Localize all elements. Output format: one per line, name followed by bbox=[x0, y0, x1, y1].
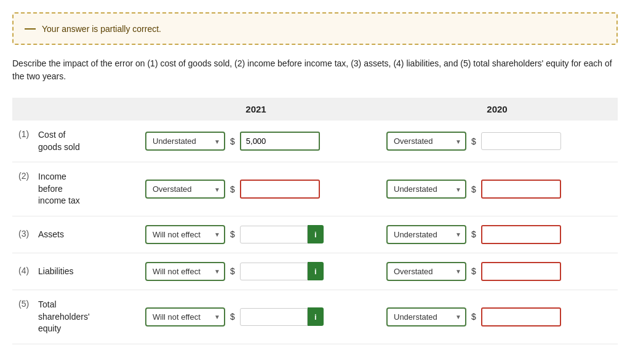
info-button[interactable]: i bbox=[308, 307, 324, 326]
header-year-2021: 2021 bbox=[135, 104, 377, 114]
row-5-2021-inputs: Understated Overstated Will not effect ▼… bbox=[135, 307, 377, 326]
row-4-2020-select-wrapper: Understated Overstated Will not effect ▼ bbox=[386, 262, 466, 281]
row-5-label: (5) Totalshareholders'equity bbox=[12, 299, 135, 335]
row-1-2020-amount[interactable] bbox=[481, 132, 561, 150]
dollar-sign: $ bbox=[230, 184, 235, 194]
row-3-2021-select-wrapper: Understated Overstated Will not effect ▼ bbox=[145, 225, 225, 244]
row-4-2021-select[interactable]: Understated Overstated Will not effect bbox=[145, 262, 225, 281]
row-4-2021-amount[interactable] bbox=[240, 263, 308, 280]
row-5-2021-input-group: i bbox=[240, 307, 324, 326]
row-1-2020-select[interactable]: Understated Overstated Will not effect bbox=[386, 132, 466, 151]
info-button[interactable]: i bbox=[308, 262, 324, 280]
row-4-num: (4) bbox=[18, 266, 32, 275]
row-1-label: (1) Cost ofgoods sold bbox=[12, 129, 135, 153]
row-1-2021-select-wrapper: Understated Overstated Will not effect ▼ bbox=[145, 132, 225, 151]
dollar-sign: $ bbox=[471, 184, 476, 194]
row-4-2020-amount[interactable] bbox=[481, 262, 561, 281]
row-1-2021-amount[interactable] bbox=[240, 132, 320, 151]
row-5-2021-select-wrapper: Understated Overstated Will not effect ▼ bbox=[145, 307, 225, 326]
row-2-2020-amount[interactable] bbox=[481, 180, 561, 199]
row-2-2021-amount[interactable] bbox=[240, 180, 320, 199]
row-4-2021-select-wrapper: Understated Overstated Will not effect ▼ bbox=[145, 262, 225, 281]
row-5-2020-amount[interactable] bbox=[481, 307, 561, 326]
row-1-2020-inputs: Understated Overstated Will not effect ▼… bbox=[377, 132, 618, 151]
row-2-2020-select[interactable]: Understated Overstated Will not effect bbox=[386, 180, 466, 199]
row-5-name: Totalshareholders'equity bbox=[38, 299, 90, 335]
row-1-2021-inputs: Understated Overstated Will not effect ▼… bbox=[135, 132, 377, 151]
row-3-2021-inputs: Understated Overstated Will not effect ▼… bbox=[135, 225, 377, 244]
dollar-sign: $ bbox=[230, 136, 235, 146]
row-5-2021-select[interactable]: Understated Overstated Will not effect bbox=[145, 307, 225, 326]
row-4-2020-inputs: Understated Overstated Will not effect ▼… bbox=[377, 262, 618, 281]
row-3-2020-inputs: Understated Overstated Will not effect ▼… bbox=[377, 225, 618, 244]
row-4-name: Liabilities bbox=[38, 266, 74, 278]
description-text: Describe the impact of the error on (1) … bbox=[12, 57, 618, 83]
alert-icon: — bbox=[25, 22, 36, 35]
dollar-sign: $ bbox=[471, 312, 476, 322]
row-1-num: (1) bbox=[18, 129, 32, 139]
table-header: 2021 2020 bbox=[12, 98, 618, 121]
dollar-sign: $ bbox=[230, 229, 235, 239]
row-4-label: (4) Liabilities bbox=[12, 266, 135, 278]
main-table: 2021 2020 (1) Cost ofgoods sold Understa… bbox=[12, 98, 618, 344]
row-3-2020-select-wrapper: Understated Overstated Will not effect ▼ bbox=[386, 225, 466, 244]
row-2-2021-inputs: Understated Overstated Will not effect ▼… bbox=[135, 180, 377, 199]
row-2-name: Incomebeforeincome tax bbox=[38, 171, 80, 207]
row-3-2021-select[interactable]: Understated Overstated Will not effect bbox=[145, 225, 225, 244]
dollar-sign: $ bbox=[230, 266, 235, 276]
table-row: (5) Totalshareholders'equity Understated… bbox=[12, 290, 618, 344]
row-1-name: Cost ofgoods sold bbox=[38, 129, 80, 153]
alert-banner: — Your answer is partially correct. bbox=[12, 12, 618, 45]
dollar-sign: $ bbox=[471, 266, 476, 276]
alert-text: Your answer is partially correct. bbox=[42, 24, 161, 34]
row-3-2020-amount[interactable] bbox=[481, 225, 561, 244]
table-row: (4) Liabilities Understated Overstated W… bbox=[12, 253, 618, 290]
row-3-name: Assets bbox=[38, 229, 64, 241]
row-5-2021-amount[interactable] bbox=[240, 308, 308, 326]
row-2-2020-select-wrapper: Understated Overstated Will not effect ▼ bbox=[386, 180, 466, 199]
dollar-sign: $ bbox=[471, 229, 476, 239]
table-row: (2) Incomebeforeincome tax Understated O… bbox=[12, 162, 618, 216]
row-4-2021-input-group: i bbox=[240, 262, 324, 280]
row-4-2021-inputs: Understated Overstated Will not effect ▼… bbox=[135, 262, 377, 281]
row-3-num: (3) bbox=[18, 229, 32, 239]
row-2-2021-select[interactable]: Understated Overstated Will not effect bbox=[145, 180, 225, 199]
table-row: (3) Assets Understated Overstated Will n… bbox=[12, 216, 618, 253]
header-year-2020: 2020 bbox=[377, 104, 618, 114]
row-1-2021-select[interactable]: Understated Overstated Will not effect bbox=[145, 132, 225, 151]
row-4-2020-select[interactable]: Understated Overstated Will not effect bbox=[386, 262, 466, 281]
row-1-2020-select-wrapper: Understated Overstated Will not effect ▼ bbox=[386, 132, 466, 151]
row-2-label: (2) Incomebeforeincome tax bbox=[12, 171, 135, 207]
header-label-col bbox=[12, 104, 135, 114]
dollar-sign: $ bbox=[230, 312, 235, 322]
row-2-num: (2) bbox=[18, 171, 32, 181]
info-button[interactable]: i bbox=[308, 225, 324, 243]
row-2-2021-select-wrapper: Understated Overstated Will not effect ▼ bbox=[145, 180, 225, 199]
table-row: (1) Cost ofgoods sold Understated Overst… bbox=[12, 121, 618, 162]
row-5-num: (5) bbox=[18, 299, 32, 309]
row-5-2020-inputs: Understated Overstated Will not effect ▼… bbox=[377, 307, 618, 326]
row-3-2021-input-group: i bbox=[240, 225, 324, 243]
row-3-2021-amount[interactable] bbox=[240, 226, 308, 243]
dollar-sign: $ bbox=[471, 136, 476, 146]
row-3-label: (3) Assets bbox=[12, 229, 135, 241]
row-5-2020-select[interactable]: Understated Overstated Will not effect bbox=[386, 307, 466, 326]
row-2-2020-inputs: Understated Overstated Will not effect ▼… bbox=[377, 180, 618, 199]
row-3-2020-select[interactable]: Understated Overstated Will not effect bbox=[386, 225, 466, 244]
row-5-2020-select-wrapper: Understated Overstated Will not effect ▼ bbox=[386, 307, 466, 326]
